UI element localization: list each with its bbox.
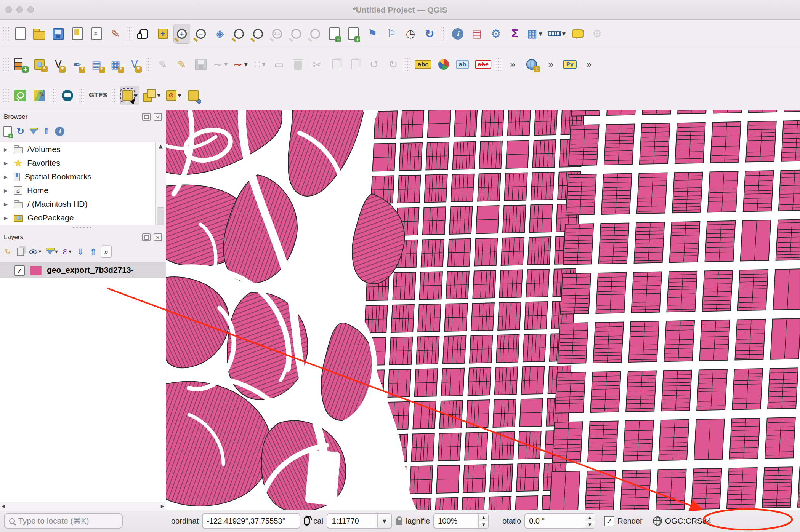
statistical-summary-button[interactable]: ▤ <box>468 24 485 44</box>
spin-up-icon[interactable]: ▲ <box>479 514 488 521</box>
map-canvas[interactable] <box>166 110 800 510</box>
layer-styling-button[interactable]: ✎ <box>2 246 13 258</box>
coordinate-input[interactable]: -122.41929°,37.75553° <box>202 513 300 529</box>
browser-filter-button[interactable] <box>28 125 39 138</box>
new-project-button[interactable] <box>12 24 29 44</box>
processing-toolbox-button[interactable]: ⚙ <box>487 24 504 44</box>
browser-collapse-all-button[interactable]: ⇑ <box>41 125 52 138</box>
chevron-down-icon[interactable]: ▼ <box>55 249 58 254</box>
chevron-down-icon[interactable]: ▼ <box>262 62 265 67</box>
no-labels-button[interactable]: abc <box>473 54 493 74</box>
layer-item[interactable]: ✓geo_export_7b3d2713- <box>0 263 166 278</box>
expand-caret-icon[interactable]: ▶ <box>4 174 9 180</box>
select-features-button[interactable]: ▼ <box>120 86 139 105</box>
refresh-map-button[interactable]: ↻ <box>421 24 438 44</box>
map-tips-button[interactable] <box>569 24 586 44</box>
chevron-down-icon[interactable]: ▼ <box>224 62 228 67</box>
crs-status-button[interactable]: OGC:CRS84 <box>649 515 715 527</box>
scale-combobox[interactable]: 1:11770 ▼ <box>327 513 392 529</box>
new-3d-map-view-button[interactable] <box>345 24 362 44</box>
select-by-value-button[interactable]: ▼ <box>142 86 162 105</box>
zoom-to-layer-button[interactable] <box>250 24 266 44</box>
browser-item-favorites[interactable]: ▶★Favorites <box>0 156 166 170</box>
browser-item-geopackage[interactable]: ▶GeoPackage <box>0 211 166 225</box>
zoom-full-extent-button[interactable]: ◈ <box>212 24 228 44</box>
scroll-up-icon[interactable]: ▲ <box>159 143 163 149</box>
osm-place-search-button[interactable] <box>12 86 29 105</box>
gtfs-button[interactable]: GTFS <box>87 86 109 105</box>
layer-name[interactable]: geo_export_7b3d2713- <box>47 265 134 275</box>
python-console-button[interactable]: Py <box>561 54 578 74</box>
sum-features-button[interactable]: Σ <box>507 24 523 44</box>
style-manager-button[interactable]: ✎ <box>107 24 124 44</box>
expand-all-button[interactable]: ⇓ <box>75 246 86 258</box>
move-label-button[interactable]: ab <box>454 54 471 74</box>
browser-add-layer-button[interactable] <box>2 125 13 138</box>
filter-expression-button[interactable]: ε▼ <box>61 246 73 258</box>
expand-caret-icon[interactable]: ▶ <box>4 188 9 193</box>
browser-properties-button[interactable]: i <box>54 125 66 138</box>
layout-manager-button[interactable] <box>88 24 105 44</box>
layer-diagram-button[interactable] <box>435 54 452 74</box>
new-spatial-bookmark-button[interactable]: ⚑ <box>364 24 381 44</box>
zoom-out-button[interactable]: − <box>192 24 209 44</box>
open-project-button[interactable] <box>31 24 48 44</box>
add-group-button[interactable] <box>15 246 26 258</box>
browser-item-home[interactable]: ▶⌂Home <box>0 184 166 197</box>
rotation-spinner[interactable]: 0.0 ° ▲▼ <box>524 513 595 529</box>
new-virtual-layer-button[interactable]: V* <box>126 54 143 74</box>
select-by-location-button[interactable] <box>185 86 202 105</box>
chevron-down-icon[interactable]: ▼ <box>244 62 248 67</box>
expand-caret-icon[interactable]: ▶ <box>4 201 9 207</box>
pan-to-selection-button[interactable]: + <box>154 24 171 44</box>
chevron-down-icon[interactable]: ▼ <box>69 249 72 254</box>
deselect-all-button[interactable]: ⊘▼ <box>165 86 183 105</box>
temporal-controller-button[interactable]: ◷ <box>402 24 419 44</box>
new-gpx-layer-button[interactable]: ✒* <box>69 54 86 74</box>
new-print-layout-button[interactable] <box>69 24 86 44</box>
panel-splitter[interactable]: •••••• <box>0 225 166 230</box>
scroll-thumb[interactable] <box>157 207 164 225</box>
scroll-right-icon[interactable]: ▶ <box>161 503 164 509</box>
toggle-editing-button[interactable]: ✎ <box>173 54 190 74</box>
locator-input[interactable]: Type to locate (⌘K) <box>4 513 123 529</box>
collapse-all-button[interactable]: ⇑ <box>88 246 99 258</box>
browser-item-volumes[interactable]: ▶/Volumes <box>0 142 166 156</box>
chevron-down-icon[interactable]: ▼ <box>38 249 42 254</box>
zoom-in-button[interactable]: + <box>173 24 190 44</box>
browser-float-button[interactable] <box>142 113 151 121</box>
browser-scrollbar[interactable]: ▲ ▼ <box>155 142 166 225</box>
browser-refresh-button[interactable]: ↻ <box>15 125 26 138</box>
new-mesh-layer-button[interactable]: ▤* <box>88 54 105 74</box>
expand-caret-icon[interactable]: ▶ <box>4 215 9 221</box>
browser-item-spatial-bookmarks[interactable]: ▶Spatial Bookmarks <box>0 170 166 184</box>
panel-overflow-button[interactable]: » <box>101 246 112 258</box>
sidebar-horizontal-scrollbar[interactable]: ◀ ▶ <box>0 502 166 510</box>
render-checkbox[interactable]: ✓ <box>604 516 614 526</box>
magnifier-spinner[interactable]: 100% ▲▼ <box>433 513 489 529</box>
expand-caret-icon[interactable]: ▶ <box>4 160 9 166</box>
chevron-down-icon[interactable]: ▼ <box>377 514 391 528</box>
layers-close-button[interactable]: × <box>154 233 162 241</box>
spin-up-icon[interactable]: ▲ <box>585 514 595 521</box>
chevron-down-icon[interactable]: ▼ <box>562 31 566 37</box>
toolbar-overflow-button[interactable]: » <box>504 54 521 74</box>
layer-color-swatch[interactable] <box>30 266 42 275</box>
show-spatial-bookmarks-button[interactable]: ⚐ <box>383 24 400 44</box>
scroll-left-icon[interactable]: ◀ <box>2 503 5 509</box>
measure-button[interactable]: ▼ <box>546 24 567 44</box>
new-virtual-raster-button[interactable]: ▦* <box>107 54 124 74</box>
filter-legend-button[interactable]: ▼ <box>45 246 59 258</box>
pan-map-button[interactable] <box>135 24 152 44</box>
transit-button[interactable] <box>59 86 76 105</box>
chevron-down-icon[interactable]: ▼ <box>178 93 181 98</box>
layer-visibility-checkbox[interactable]: ✓ <box>14 265 25 276</box>
lock-scale-icon[interactable] <box>396 520 402 525</box>
attribute-table-button[interactable]: ▦▼ <box>526 24 544 44</box>
browser-item-macintosh-hd[interactable]: ▶/ (Macintosh HD) <box>0 197 166 211</box>
digitize-curve-button[interactable]: ~▼ <box>231 54 249 74</box>
web-tools-button[interactable]: + <box>523 54 540 74</box>
identify-features-button[interactable]: i <box>449 24 466 44</box>
save-project-button[interactable] <box>50 24 67 44</box>
toolbar-overflow-button[interactable]: » <box>580 54 597 74</box>
